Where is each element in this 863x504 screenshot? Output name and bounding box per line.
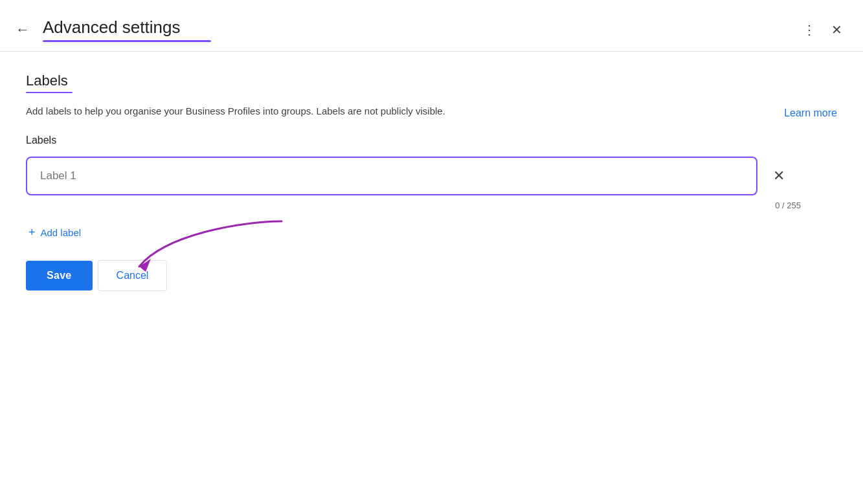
- content-area: Labels Add labels to help you organise y…: [0, 52, 863, 312]
- header-actions: ⋮ ✕: [798, 17, 847, 43]
- header-title-wrap: Advanced settings: [43, 17, 798, 42]
- labels-subheading: Labels: [26, 135, 837, 146]
- remove-label-button[interactable]: ✕: [768, 162, 790, 190]
- title-underline: [43, 40, 211, 42]
- section-heading: Labels: [26, 72, 68, 89]
- save-button[interactable]: Save: [26, 261, 93, 290]
- page-title: Advanced settings: [43, 17, 180, 37]
- back-icon: ←: [16, 21, 30, 38]
- header: ← Advanced settings ⋮ ✕: [0, 0, 863, 52]
- more-vert-icon: ⋮: [803, 22, 816, 38]
- label-input-row: ✕: [26, 157, 837, 195]
- more-options-button[interactable]: ⋮: [798, 17, 821, 43]
- close-button[interactable]: ✕: [826, 17, 847, 43]
- section-header: Add labels to help you organise your Bus…: [26, 104, 837, 119]
- learn-more-link[interactable]: Learn more: [784, 107, 837, 119]
- section-description: Add labels to help you organise your Bus…: [26, 104, 445, 119]
- section-title-underline: [26, 92, 73, 93]
- add-label-button[interactable]: + Add label: [26, 221, 84, 245]
- section-title-block: Labels: [26, 72, 837, 93]
- close-icon: ✕: [831, 22, 842, 38]
- char-count: 0 / 255: [26, 201, 837, 210]
- add-label-label: Add label: [41, 227, 82, 238]
- cancel-button[interactable]: Cancel: [98, 260, 168, 291]
- action-row: Save Cancel: [26, 260, 837, 291]
- back-button[interactable]: ←: [10, 16, 35, 43]
- label-input[interactable]: [26, 157, 757, 195]
- remove-icon: ✕: [773, 168, 785, 184]
- plus-icon: +: [28, 226, 36, 239]
